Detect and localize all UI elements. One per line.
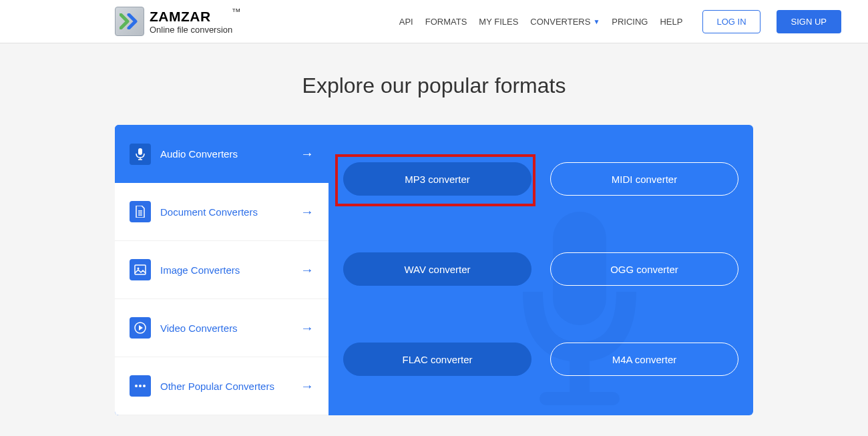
nav-myfiles[interactable]: MY FILES bbox=[479, 17, 518, 27]
brand-name: ZAMZARTM bbox=[150, 9, 232, 23]
dots-icon bbox=[130, 375, 151, 397]
category-video[interactable]: Video Converters → bbox=[115, 299, 329, 357]
nav: API FORMATS MY FILES CONVERTERS ▼ PRICIN… bbox=[399, 10, 841, 33]
svg-point-13 bbox=[139, 385, 142, 387]
formats-grid: MP3 converter MIDI converter WAV convert… bbox=[329, 125, 753, 415]
category-other[interactable]: Other Popular Converters → bbox=[115, 357, 329, 415]
category-label: Document Converters bbox=[160, 206, 300, 218]
arrow-right-icon: → bbox=[300, 204, 314, 220]
play-icon bbox=[130, 317, 151, 339]
svg-rect-3 bbox=[138, 148, 142, 155]
category-label: Audio Converters bbox=[160, 148, 300, 160]
nav-help[interactable]: HELP bbox=[660, 17, 682, 27]
svg-point-14 bbox=[143, 385, 146, 387]
file-icon bbox=[130, 201, 151, 222]
format-mp3[interactable]: MP3 converter bbox=[343, 162, 531, 196]
brand-tagline: Online file conversion bbox=[150, 25, 232, 34]
nav-converters-label: CONVERTERS bbox=[530, 17, 590, 27]
header: ZAMZARTM Online file conversion API FORM… bbox=[0, 0, 868, 43]
format-m4a[interactable]: M4A converter bbox=[550, 343, 738, 376]
page-title: Explore our popular formats bbox=[0, 73, 868, 98]
format-wav[interactable]: WAV converter bbox=[343, 252, 531, 286]
login-button[interactable]: LOG IN bbox=[702, 10, 760, 33]
svg-point-12 bbox=[135, 385, 138, 387]
logo[interactable]: ZAMZARTM Online file conversion bbox=[115, 7, 232, 36]
arrow-right-icon: → bbox=[300, 379, 314, 394]
formats-panel: Audio Converters → Document Converters →… bbox=[115, 125, 753, 415]
format-row: MP3 converter MIDI converter bbox=[343, 162, 738, 196]
category-audio[interactable]: Audio Converters → bbox=[115, 125, 329, 183]
category-label: Image Converters bbox=[160, 264, 300, 276]
arrow-right-icon: → bbox=[300, 262, 314, 278]
mic-icon bbox=[130, 144, 151, 165]
logo-text: ZAMZARTM Online file conversion bbox=[150, 9, 232, 34]
nav-api[interactable]: API bbox=[399, 17, 413, 27]
chevron-down-icon: ▼ bbox=[593, 18, 600, 25]
category-label: Other Popular Converters bbox=[160, 381, 300, 392]
category-sidebar: Audio Converters → Document Converters →… bbox=[115, 125, 329, 415]
arrow-right-icon: → bbox=[300, 146, 314, 162]
svg-rect-9 bbox=[135, 265, 146, 274]
trademark: TM bbox=[232, 8, 241, 13]
image-icon bbox=[130, 259, 151, 280]
format-ogg[interactable]: OGG converter bbox=[550, 252, 738, 286]
nav-pricing[interactable]: PRICING bbox=[612, 17, 648, 27]
format-midi[interactable]: MIDI converter bbox=[550, 162, 738, 196]
arrow-right-icon: → bbox=[300, 320, 314, 336]
format-flac[interactable]: FLAC converter bbox=[343, 343, 531, 376]
nav-converters[interactable]: CONVERTERS ▼ bbox=[530, 17, 600, 27]
category-image[interactable]: Image Converters → bbox=[115, 241, 329, 299]
nav-formats[interactable]: FORMATS bbox=[425, 17, 467, 27]
format-row: FLAC converter M4A converter bbox=[343, 343, 738, 376]
category-label: Video Converters bbox=[160, 322, 300, 334]
format-row: WAV converter OGG converter bbox=[343, 252, 738, 286]
logo-icon bbox=[115, 7, 144, 36]
category-document[interactable]: Document Converters → bbox=[115, 183, 329, 241]
signup-button[interactable]: SIGN UP bbox=[777, 10, 841, 33]
